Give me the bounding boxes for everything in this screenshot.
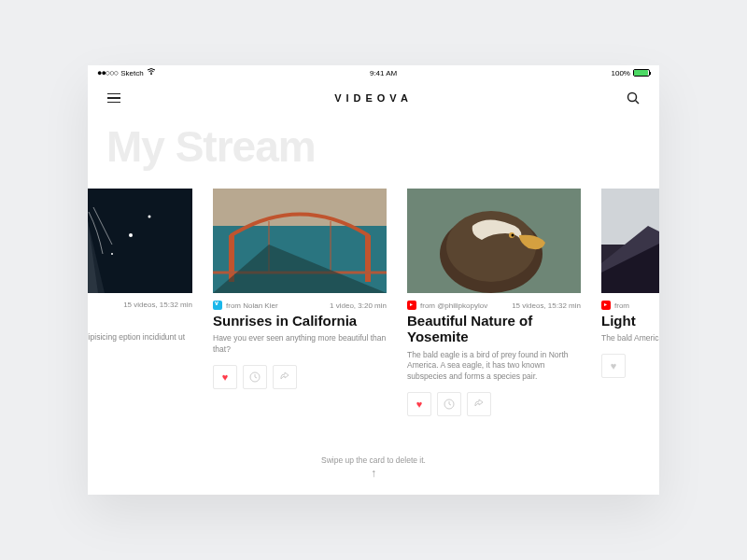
status-time: 9:41 AM [370, 69, 397, 77]
card-title: Light [601, 313, 659, 329]
status-right: 100% [612, 69, 650, 77]
video-card[interactable]: from Light The bald America and form ♥ [601, 189, 659, 416]
vimeo-icon [213, 301, 222, 310]
card-title: n Seattle [88, 312, 192, 328]
wifi-icon [147, 68, 156, 77]
card-description: Have you ever seen anything more beautif… [213, 333, 387, 356]
app-bar: VIDEOVA [88, 80, 659, 116]
hint-text: Swipe up the card to delete it. [88, 455, 659, 465]
svg-point-6 [129, 233, 133, 237]
card-thumbnail[interactable] [601, 189, 659, 293]
card-meta: from [601, 301, 659, 310]
card-description: met, consectetur adipisicing eption inci… [88, 332, 192, 355]
like-button[interactable]: ♥ [601, 354, 626, 378]
card-actions: ♥ [213, 365, 387, 389]
card-meta: from @philipkopylov 15 videos, 15:32 min [407, 301, 581, 310]
svg-rect-3 [88, 189, 192, 293]
card-from: from Nolan Kier [226, 301, 278, 310]
svg-point-8 [111, 253, 113, 255]
card-source: from @philipkopylov [407, 301, 487, 310]
card-actions: ♥ [601, 354, 659, 378]
card-from: from @philipkopylov [420, 301, 487, 310]
device-frame: ●●○○○ Sketch 9:41 AM 100% VIDEOVA My Str… [88, 65, 659, 495]
search-icon[interactable] [626, 91, 641, 105]
card-stats: 15 videos, 15:32 min [123, 301, 192, 309]
battery-percent: 100% [612, 69, 630, 77]
hamburger-icon[interactable] [106, 91, 121, 105]
like-button[interactable]: ♥ [213, 365, 237, 389]
watchlater-button[interactable] [437, 392, 461, 416]
svg-rect-9 [213, 189, 387, 226]
svg-line-2 [635, 101, 639, 105]
card-description: The bald America and form [601, 333, 659, 344]
card-meta: 15 videos, 15:32 min [88, 301, 192, 309]
svg-point-0 [150, 74, 152, 76]
youtube-icon [407, 301, 416, 310]
card-from: from [614, 301, 629, 310]
youtube-icon [601, 301, 611, 310]
swipe-hint: Swipe up the card to delete it. ↑ [88, 455, 659, 480]
card-thumbnail[interactable] [88, 189, 192, 293]
signal-dots: ●●○○○ [97, 68, 118, 77]
svg-point-1 [627, 93, 636, 102]
arrow-up-icon: ↑ [88, 467, 659, 480]
card-source: from Nolan Kier [213, 301, 278, 310]
status-bar: ●●○○○ Sketch 9:41 AM 100% [88, 65, 659, 80]
like-button[interactable]: ♥ [407, 392, 431, 416]
card-description: The bald eagle is a bird of prey found i… [407, 350, 581, 384]
card-thumbnail[interactable] [407, 189, 581, 293]
video-card[interactable]: 15 videos, 15:32 min n Seattle met, cons… [88, 189, 192, 416]
status-left: ●●○○○ Sketch [97, 68, 156, 77]
carrier-label: Sketch [120, 69, 143, 77]
card-source: from [601, 301, 629, 310]
video-card[interactable]: from Nolan Kier 1 video, 3:20 min Sunris… [213, 189, 387, 416]
page-title: My Stream [106, 121, 659, 172]
card-stats: 1 video, 3:20 min [330, 301, 387, 310]
card-actions: ♥ [407, 392, 581, 416]
share-button[interactable] [273, 365, 297, 389]
svg-point-7 [148, 216, 151, 218]
card-meta: from Nolan Kier 1 video, 3:20 min [213, 301, 387, 310]
card-stats: 15 videos, 15:32 min [512, 301, 581, 310]
card-thumbnail[interactable] [213, 189, 387, 293]
brand-title: VIDEOVA [334, 92, 413, 104]
svg-point-23 [512, 234, 514, 237]
video-card[interactable]: from @philipkopylov 15 videos, 15:32 min… [407, 189, 581, 416]
watchlater-button[interactable] [243, 365, 267, 389]
card-title: Sunrises in California [213, 313, 387, 329]
battery-icon [633, 69, 650, 77]
card-stream[interactable]: 15 videos, 15:32 min n Seattle met, cons… [88, 189, 659, 416]
share-button[interactable] [467, 392, 491, 416]
card-title: Beautiful Nature of Yosemite [407, 313, 581, 345]
